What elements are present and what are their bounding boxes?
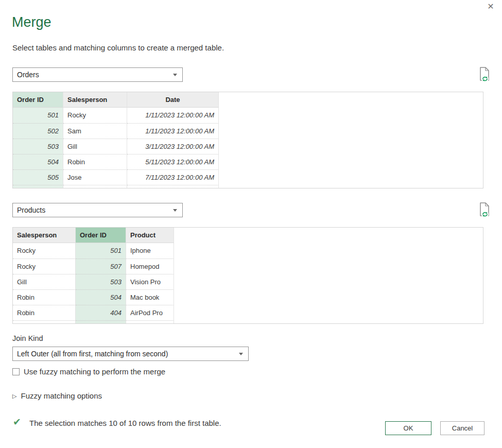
clipped-cell (63, 185, 127, 188)
status-message: The selection matches 10 of 10 rows from… (29, 419, 221, 427)
ok-button[interactable]: OK (385, 421, 431, 435)
table-cell[interactable]: 1/11/2023 12:00:00 AM (127, 108, 219, 123)
expander-arrow-icon: ▷ (12, 393, 16, 400)
table-cell[interactable]: 504 (76, 289, 126, 305)
table-row: Rocky507Homepod (13, 259, 483, 274)
column-header-salesperson[interactable]: Salesperson (63, 92, 127, 108)
table-row: Robin404AirPod Pro (13, 305, 483, 320)
table-cell[interactable]: Gill (13, 274, 76, 289)
clipped-row (13, 320, 483, 323)
dialog-subtitle: Select tables and matching columns to cr… (12, 43, 224, 52)
table-cell[interactable]: Robin (63, 154, 127, 169)
table-cell[interactable]: 507 (76, 259, 126, 274)
cancel-button[interactable]: Cancel (440, 421, 484, 435)
fuzzy-matching-checkbox[interactable] (12, 368, 20, 375)
table-row: 503Gill3/11/2023 12:00:00 AM (13, 139, 483, 154)
table-cell[interactable]: Robin (13, 305, 76, 320)
table-header-row: Order IDSalespersonDate (13, 92, 483, 108)
table-cell[interactable]: 503 (76, 274, 126, 289)
chevron-down-icon (173, 209, 177, 212)
table-cell[interactable]: Rocky (13, 243, 76, 259)
clipped-cell (13, 185, 63, 188)
table-row: 505Jose7/11/2023 12:00:00 AM (13, 169, 483, 185)
first-table-preview: Order IDSalespersonDate501Rocky1/11/2023… (12, 92, 483, 188)
refresh-preview-icon[interactable] (478, 202, 491, 218)
join-kind-select[interactable]: Left Outer (all from first, matching fro… (12, 347, 249, 361)
table-header-row: SalespersonOrder IDProduct (13, 228, 483, 243)
column-header-date[interactable]: Date (127, 92, 219, 108)
column-header-order-id[interactable]: Order ID (13, 92, 63, 108)
close-icon[interactable]: ✕ (484, 1, 497, 13)
table-cell[interactable]: Gill (63, 139, 127, 154)
clipped-row (13, 185, 483, 188)
second-table-select[interactable]: Products (12, 203, 183, 217)
join-kind-label: Join Kind (12, 334, 43, 342)
fuzzy-matching-options-label: Fuzzy matching options (21, 391, 102, 400)
table-cell[interactable]: AirPod Pro (126, 305, 174, 320)
table-row: Rocky501Iphone (13, 243, 483, 259)
table-cell[interactable]: Robin (13, 289, 76, 305)
fuzzy-matching-checkbox-label: Use fuzzy matching to perform the merge (24, 367, 165, 376)
chevron-down-icon (239, 353, 243, 355)
page-title: Merge (12, 14, 51, 30)
table-cell[interactable]: Vision Pro (126, 274, 174, 289)
table-cell[interactable]: Iphone (126, 243, 174, 259)
table-row: 501Rocky1/11/2023 12:00:00 AM (13, 108, 483, 123)
table-row: Robin504Mac book (13, 289, 483, 305)
table-row: Gill503Vision Pro (13, 274, 483, 289)
clipped-cell (13, 320, 76, 323)
table-cell[interactable]: Jose (63, 169, 127, 185)
table-cell[interactable]: 504 (13, 154, 63, 169)
table-cell[interactable]: 501 (13, 108, 63, 123)
refresh-preview-icon[interactable] (478, 66, 491, 83)
table-cell[interactable]: 5/11/2023 12:00:00 AM (127, 154, 219, 169)
merge-dialog: ✕ Merge Select tables and matching colum… (0, 0, 502, 448)
column-header-salesperson[interactable]: Salesperson (13, 228, 76, 243)
table-cell[interactable]: 1/11/2023 12:00:00 AM (127, 123, 219, 139)
table-cell[interactable]: 3/11/2023 12:00:00 AM (127, 139, 219, 154)
table-cell[interactable]: Mac book (126, 289, 174, 305)
second-table-select-value: Products (17, 206, 45, 214)
table-cell[interactable]: 404 (76, 305, 126, 320)
table-row: 504Robin5/11/2023 12:00:00 AM (13, 154, 483, 169)
checkmark-icon: ✔ (13, 416, 21, 428)
table-cell[interactable]: 501 (76, 243, 126, 259)
first-table-select-value: Orders (17, 71, 39, 79)
first-table-select[interactable]: Orders (12, 67, 183, 82)
table-cell[interactable]: Homepod (126, 259, 174, 274)
column-header-order-id[interactable]: Order ID (76, 228, 126, 243)
join-kind-select-value: Left Outer (all from first, matching fro… (17, 350, 168, 358)
table-cell[interactable]: 7/11/2023 12:00:00 AM (127, 169, 219, 185)
clipped-cell (127, 185, 219, 188)
table-cell[interactable]: Sam (63, 123, 127, 139)
second-table-preview: SalespersonOrder IDProductRocky501Iphone… (12, 227, 483, 324)
table-cell[interactable]: 503 (13, 139, 63, 154)
table-cell[interactable]: Rocky (63, 108, 127, 123)
table-cell[interactable]: 505 (13, 169, 63, 185)
clipped-cell (126, 320, 174, 323)
column-header-product[interactable]: Product (126, 228, 174, 243)
table-cell[interactable]: Rocky (13, 259, 76, 274)
clipped-cell (76, 320, 126, 323)
table-row: 502Sam1/11/2023 12:00:00 AM (13, 123, 483, 139)
table-cell[interactable]: 502 (13, 123, 63, 139)
chevron-down-icon (173, 74, 177, 76)
fuzzy-matching-options-expander[interactable]: ▷ Fuzzy matching options (12, 391, 102, 400)
